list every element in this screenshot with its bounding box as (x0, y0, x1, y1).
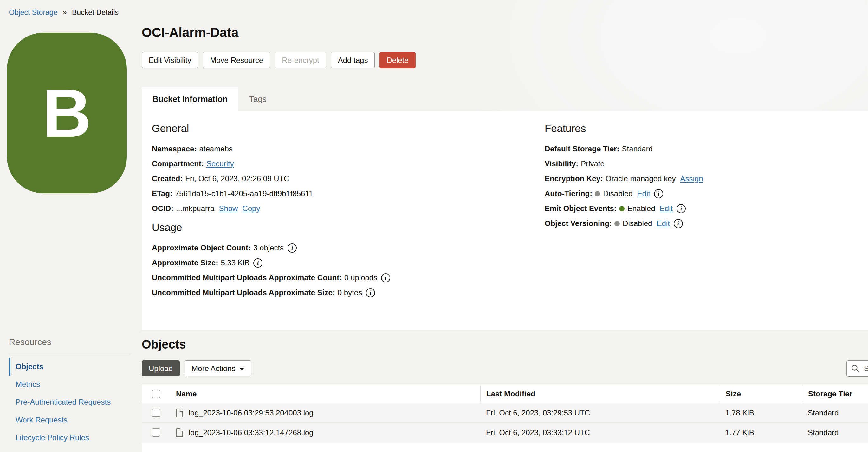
namespace-value: ateamebs (199, 144, 232, 153)
object-versioning-status: Disabled (623, 219, 652, 228)
etag-value: 7561da15-c1b1-4205-aa19-dff9b1f85611 (175, 189, 313, 198)
row-checkbox[interactable] (152, 428, 160, 437)
ocid-value: ...mkpuarra (176, 204, 214, 213)
objects-toolbar: Upload More Actions (142, 360, 868, 376)
tab-bucket-information[interactable]: Bucket Information (142, 87, 239, 111)
re-encrypt-button[interactable]: Re-encrypt (275, 52, 326, 68)
general-usage-column: General Namespace: ateamebs Compartment:… (152, 122, 545, 330)
auto-tiering-label: Auto-Tiering: (545, 189, 592, 198)
object-last-modified: Fri, Oct 6, 2023, 03:33:12 UTC (480, 428, 720, 437)
table-row: log_2023-10-06 03:29:53.204003.log Fri, … (142, 403, 868, 423)
features-column: Features Default Storage Tier: Standard … (545, 122, 868, 330)
general-heading: General (152, 122, 545, 135)
more-actions-button[interactable]: More Actions (185, 360, 251, 376)
search-container (846, 360, 868, 377)
info-icon[interactable] (287, 244, 297, 253)
column-header-name: Name (170, 385, 480, 403)
emit-object-events-status: Enabled (627, 204, 655, 213)
row-checkbox[interactable] (152, 408, 160, 417)
search-icon (851, 364, 860, 375)
move-resource-button[interactable]: Move Resource (203, 52, 270, 68)
sidebar-item-metrics[interactable]: Metrics (9, 375, 131, 393)
sidebar-item-objects[interactable]: Objects (9, 358, 131, 375)
approximate-size-label: Approximate Size: (152, 258, 218, 267)
compartment-link[interactable]: Security (206, 159, 234, 169)
default-storage-tier-field: Default Storage Tier: Standard (545, 144, 868, 153)
etag-label: ETag: (152, 189, 173, 198)
multipart-count-value: 0 uploads (344, 273, 377, 283)
multipart-size-label: Uncommitted Multipart Uploads Approximat… (152, 288, 335, 298)
edit-visibility-button[interactable]: Edit Visibility (142, 52, 198, 68)
breadcrumb-link-object-storage[interactable]: Object Storage (9, 8, 57, 17)
breadcrumb-separator: » (63, 8, 67, 17)
info-icon[interactable] (654, 189, 663, 198)
sidebar-item-pre-authenticated-requests[interactable]: Pre-Authenticated Requests (9, 393, 131, 411)
ocid-copy-link[interactable]: Copy (242, 204, 260, 213)
auto-tiering-edit-link[interactable]: Edit (637, 189, 650, 198)
auto-tiering-status: Disabled (603, 189, 632, 198)
bucket-avatar-letter: B (42, 79, 91, 147)
select-all-checkbox[interactable] (152, 390, 160, 398)
info-icon[interactable] (366, 288, 375, 298)
upload-button[interactable]: Upload (142, 360, 180, 376)
bucket-actions: Edit Visibility Move Resource Re-encrypt… (142, 52, 868, 68)
page-title: OCI-Alarm-Data (142, 25, 868, 40)
table-row: log_2023-10-06 03:33:12.147268.log Fri, … (142, 423, 868, 443)
default-storage-tier-label: Default Storage Tier: (545, 144, 619, 153)
main-content: OCI-Alarm-Data Edit Visibility Move Reso… (142, 25, 868, 452)
info-icon[interactable] (674, 219, 683, 228)
column-header-storage-tier: Storage Tier (802, 385, 868, 403)
breadcrumb-current-page: Bucket Details (72, 8, 119, 17)
object-storage-tier: Standard (802, 428, 868, 437)
breadcrumb: Object Storage » Bucket Details (9, 8, 119, 17)
approximate-object-count-value: 3 objects (253, 243, 284, 253)
ocid-show-link[interactable]: Show (219, 204, 238, 213)
resources-heading: Resources (9, 337, 131, 353)
etag-field: ETag: 7561da15-c1b1-4205-aa19-dff9b1f856… (152, 189, 545, 198)
object-name-cell: log_2023-10-06 03:29:53.204003.log (170, 408, 480, 417)
table-footer (142, 443, 868, 452)
sidebar-item-lifecycle-policy-rules[interactable]: Lifecycle Policy Rules (9, 429, 131, 447)
compartment-label: Compartment: (152, 159, 204, 169)
sidebar-item-work-requests[interactable]: Work Requests (9, 411, 131, 429)
info-icon[interactable] (381, 273, 390, 283)
encryption-key-assign-link[interactable]: Assign (680, 174, 703, 183)
default-storage-tier-value: Standard (622, 144, 653, 153)
column-header-size: Size (720, 385, 802, 403)
info-icon[interactable] (253, 258, 262, 267)
resources-list: Objects Metrics Pre-Authenticated Reques… (9, 358, 131, 447)
object-versioning-edit-link[interactable]: Edit (656, 219, 670, 228)
objects-table: Name Last Modified Size Storage Tier log… (142, 385, 868, 452)
approximate-size-value: 5.33 KiB (221, 258, 249, 267)
encryption-key-field: Encryption Key: Oracle managed key Assig… (545, 174, 868, 183)
row-checkbox-cell (142, 428, 170, 437)
object-name-cell: log_2023-10-06 03:33:12.147268.log (170, 428, 480, 437)
features-heading: Features (545, 122, 868, 135)
add-tags-button[interactable]: Add tags (331, 52, 375, 68)
file-icon (176, 408, 183, 417)
object-last-modified: Fri, Oct 6, 2023, 03:29:53 UTC (480, 408, 720, 417)
object-versioning-label: Object Versioning: (545, 219, 612, 228)
emit-object-events-label: Emit Object Events: (545, 204, 617, 213)
object-size: 1.77 KiB (720, 428, 802, 437)
status-dot-disabled (595, 191, 600, 196)
namespace-label: Namespace: (152, 144, 196, 153)
delete-button[interactable]: Delete (379, 52, 415, 68)
more-actions-label: More Actions (191, 364, 236, 373)
bucket-information-panel: General Namespace: ateamebs Compartment:… (142, 111, 868, 330)
tab-tags[interactable]: Tags (239, 87, 277, 111)
auto-tiering-field: Auto-Tiering: Disabled Edit (545, 189, 868, 198)
objects-table-header: Name Last Modified Size Storage Tier (142, 385, 868, 403)
status-dot-disabled (614, 221, 620, 226)
approximate-object-count-label: Approximate Object Count: (152, 243, 251, 253)
status-dot-enabled (619, 206, 624, 211)
created-label: Created: (152, 174, 183, 183)
emit-object-events-field: Emit Object Events: Enabled Edit (545, 204, 868, 213)
multipart-count-label: Uncommitted Multipart Uploads Approximat… (152, 273, 342, 283)
info-icon[interactable] (677, 204, 686, 213)
objects-section: Objects Upload More Actions (142, 330, 868, 452)
visibility-value: Private (581, 159, 604, 169)
object-storage-tier: Standard (802, 408, 868, 417)
emit-object-events-edit-link[interactable]: Edit (660, 204, 673, 213)
object-name: log_2023-10-06 03:33:12.147268.log (189, 428, 313, 437)
